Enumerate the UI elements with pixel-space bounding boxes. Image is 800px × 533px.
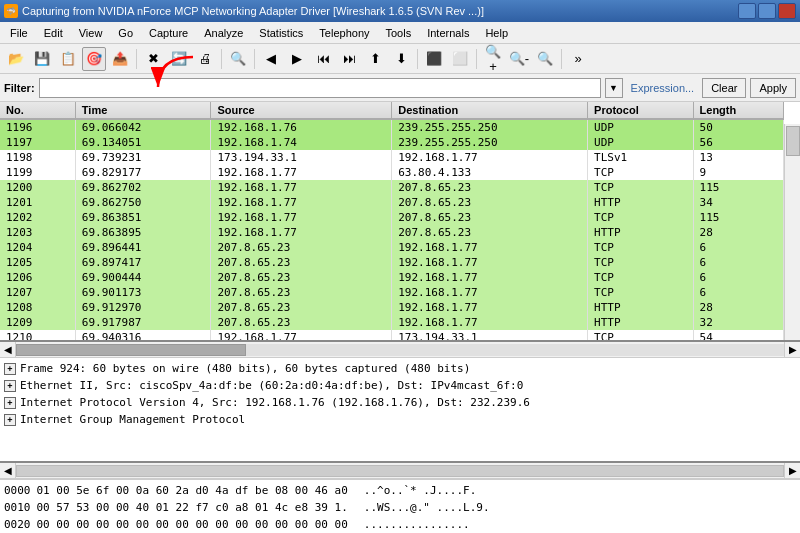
table-row[interactable]: 119769.134051192.168.1.74239.255.255.250… [0,135,784,150]
h-scroll-thumb[interactable] [16,344,246,356]
scrollbar-thumb[interactable] [786,126,800,156]
table-row[interactable]: 120669.900444207.8.65.23192.168.1.77TCP6 [0,270,784,285]
detail-scroll-right[interactable]: ▶ [784,463,800,479]
detail-h-scrollbar[interactable]: ◀ ▶ [0,463,800,479]
menu-telephony[interactable]: Telephony [311,22,377,43]
hex-row: 000001 00 5e 6f 00 0a 60 2a d0 4a df be … [4,482,796,499]
table-row[interactable]: 120169.862750192.168.1.77207.8.65.23HTTP… [0,195,784,210]
toolbar-last-btn[interactable]: ⏭ [337,47,361,71]
hex-offset: 0000 [4,484,31,497]
toolbar-next-btn[interactable]: ▶ [285,47,309,71]
close-button[interactable] [778,3,796,19]
table-row[interactable]: 120969.917987207.8.65.23192.168.1.77HTTP… [0,315,784,330]
col-proto: Protocol [588,102,693,119]
toolbar-open-btn[interactable]: 📂 [4,47,28,71]
apply-filter-button[interactable]: Apply [750,78,796,98]
hex-bytes: 00 57 53 00 00 40 01 22 f7 c0 a8 01 4c e… [37,501,348,514]
toolbar-zoom-out-btn[interactable]: 🔍- [507,47,531,71]
toolbar-sep5 [476,49,477,69]
expand-icon[interactable]: + [4,414,16,426]
menu-analyze[interactable]: Analyze [196,22,251,43]
detail-row[interactable]: +Ethernet II, Src: ciscoSpv_4a:df:be (60… [0,377,800,394]
detail-text: Frame 924: 60 bytes on wire (480 bits), … [20,362,470,375]
table-row[interactable]: 120369.863895192.168.1.77207.8.65.23HTTP… [0,225,784,240]
toolbar-sep6 [561,49,562,69]
packet-table: No. Time Source Destination Protocol Len… [0,102,784,340]
toolbar-more-btn[interactable]: » [566,47,590,71]
toolbar-restart-btn[interactable]: 🔄 [167,47,191,71]
table-row[interactable]: 119869.739231173.194.33.1192.168.1.77TLS… [0,150,784,165]
col-length: Length [693,102,783,119]
table-row[interactable]: 120069.862702192.168.1.77207.8.65.23TCP1… [0,180,784,195]
table-row[interactable]: 119669.066042192.168.1.76239.255.255.250… [0,119,784,135]
toolbar-stop-btn[interactable]: ✖ [141,47,165,71]
menu-internals[interactable]: Internals [419,22,477,43]
title-controls[interactable] [738,3,796,19]
menu-bar: File Edit View Go Capture Analyze Statis… [0,22,800,44]
expand-icon[interactable]: + [4,363,16,375]
toolbar-options-btn[interactable]: 📤 [108,47,132,71]
toolbar-close-btn[interactable]: 📋 [56,47,80,71]
detail-row[interactable]: +Frame 924: 60 bytes on wire (480 bits),… [0,360,800,377]
table-row[interactable]: 120869.912970207.8.65.23192.168.1.77HTTP… [0,300,784,315]
menu-file[interactable]: File [2,22,36,43]
menu-capture[interactable]: Capture [141,22,196,43]
toolbar-zoom-in-btn[interactable]: 🔍+ [481,47,505,71]
menu-view[interactable]: View [71,22,111,43]
toolbar: 📂 💾 📋 🎯 📤 ✖ 🔄 🖨 🔍 ◀ ▶ ⏮ ⏭ ⬆ ⬇ ⬛ ⬜ 🔍+ 🔍- … [0,44,800,74]
hex-rows: 000001 00 5e 6f 00 0a 60 2a d0 4a df be … [4,482,796,533]
menu-tools[interactable]: Tools [378,22,420,43]
filter-input[interactable] [39,78,601,98]
col-no: No. [0,102,75,119]
detail-row[interactable]: +Internet Protocol Version 4, Src: 192.1… [0,394,800,411]
filter-dropdown-btn[interactable]: ▼ [605,78,623,98]
toolbar-down-btn[interactable]: ⬇ [389,47,413,71]
hex-dump: 000001 00 5e 6f 00 0a 60 2a d0 4a df be … [0,479,800,533]
title-bar: 🦈 Capturing from NVIDIA nForce MCP Netwo… [0,0,800,22]
toolbar-reload-btn[interactable]: 🎯 [82,47,106,71]
h-scrollbar[interactable]: ◀ ▶ [0,342,800,358]
toolbar-colorize-btn[interactable]: ⬛ [422,47,446,71]
detail-scroll-left[interactable]: ◀ [0,463,16,479]
menu-help[interactable]: Help [477,22,516,43]
packet-detail-rows: +Frame 924: 60 bytes on wire (480 bits),… [0,360,800,428]
table-row[interactable]: 120569.897417207.8.65.23192.168.1.77TCP6 [0,255,784,270]
expression-button[interactable]: Expression... [627,82,699,94]
toolbar-prev-btn[interactable]: ◀ [259,47,283,71]
detail-scroll-track[interactable] [16,465,784,477]
maximize-button[interactable] [758,3,776,19]
toolbar-sep4 [417,49,418,69]
h-scroll-left[interactable]: ◀ [0,342,16,358]
col-dest: Destination [392,102,588,119]
expand-icon[interactable]: + [4,397,16,409]
menu-statistics[interactable]: Statistics [251,22,311,43]
packet-list[interactable]: No. Time Source Destination Protocol Len… [0,102,800,342]
table-row[interactable]: 121069.940316192.168.1.77173.194.33.1TCP… [0,330,784,340]
packet-list-scrollbar[interactable] [784,124,800,340]
toolbar-zoom-reset-btn[interactable]: 🔍 [533,47,557,71]
clear-filter-button[interactable]: Clear [702,78,746,98]
h-scroll-right[interactable]: ▶ [784,342,800,358]
toolbar-up-btn[interactable]: ⬆ [363,47,387,71]
packet-tbody: 119669.066042192.168.1.76239.255.255.250… [0,119,784,340]
menu-edit[interactable]: Edit [36,22,71,43]
table-row[interactable]: 120469.896441207.8.65.23192.168.1.77TCP6 [0,240,784,255]
table-row[interactable]: 120769.901173207.8.65.23192.168.1.77TCP6 [0,285,784,300]
toolbar-print-btn[interactable]: 🖨 [193,47,217,71]
h-scroll-track[interactable] [16,344,784,356]
col-time: Time [75,102,211,119]
hex-ascii: ..^o..`* .J....F. [364,484,477,497]
detail-row[interactable]: +Internet Group Management Protocol [0,411,800,428]
toolbar-save-btn[interactable]: 💾 [30,47,54,71]
table-row[interactable]: 119969.829177192.168.1.7763.80.4.133TCP9 [0,165,784,180]
toolbar-first-btn[interactable]: ⏮ [311,47,335,71]
minimize-button[interactable] [738,3,756,19]
toolbar-find-btn[interactable]: 🔍 [226,47,250,71]
toolbar-decolorize-btn[interactable]: ⬜ [448,47,472,71]
expand-icon[interactable]: + [4,380,16,392]
table-row[interactable]: 120269.863851192.168.1.77207.8.65.23TCP1… [0,210,784,225]
detail-scroll-thumb[interactable] [16,465,784,477]
menu-go[interactable]: Go [110,22,141,43]
hex-row: 001000 57 53 00 00 40 01 22 f7 c0 a8 01 … [4,499,796,516]
filter-label: Filter: [4,82,35,94]
